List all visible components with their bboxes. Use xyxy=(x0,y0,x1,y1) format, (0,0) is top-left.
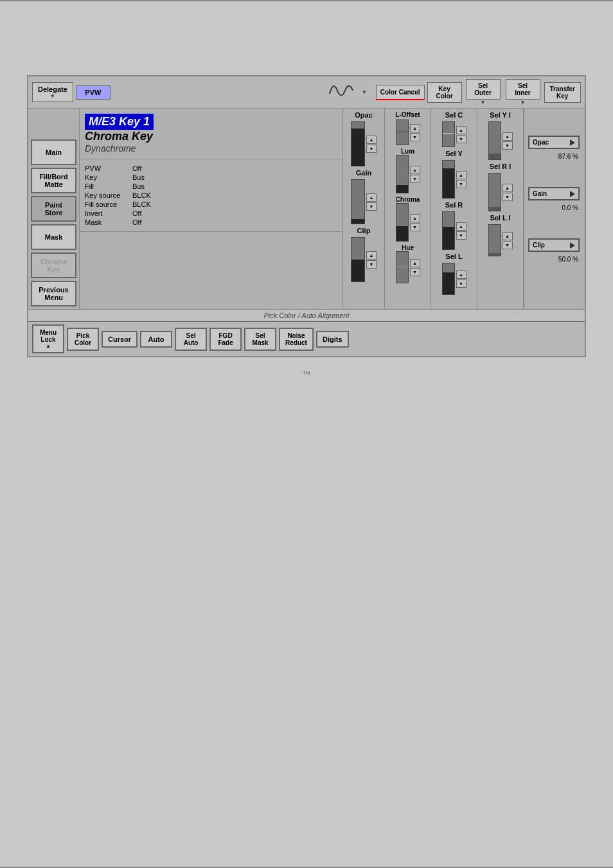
opac-triangle xyxy=(570,139,575,146)
key-color-button[interactable]: KeyColor xyxy=(427,82,462,103)
chroma-fill xyxy=(396,226,408,241)
opac-down-arrow[interactable]: ▼ xyxy=(366,145,377,153)
transfer-key-button[interactable]: TransferKey xyxy=(544,82,581,103)
sel-c-line xyxy=(443,133,454,134)
noise-reduct-button[interactable]: NoiseReduct xyxy=(279,328,314,351)
hue-down[interactable]: ▼ xyxy=(410,268,420,276)
hue-up[interactable]: ▲ xyxy=(410,259,420,267)
fgd-fade-button[interactable]: FGDFade xyxy=(209,328,242,351)
clip-fill xyxy=(351,260,364,281)
sel-l-track xyxy=(442,263,455,295)
sidebar-main[interactable]: Main xyxy=(31,139,76,165)
sel-yi-label: Sel Y I xyxy=(480,111,520,119)
l-offset-down[interactable]: ▼ xyxy=(410,133,420,141)
opac-slider-group: Opac ▲ ▼ xyxy=(346,111,382,166)
opac-right-label: Opac xyxy=(533,139,549,146)
gain-value: 0.0 % xyxy=(528,204,581,211)
sel-ri-up[interactable]: ▲ xyxy=(502,184,513,192)
sidebar-chroma-key[interactable]: ChromaKey xyxy=(31,252,76,278)
lum-fill xyxy=(396,185,408,193)
sel-r-down[interactable]: ▼ xyxy=(456,231,466,240)
sel-c-down[interactable]: ▼ xyxy=(456,135,466,143)
sel-y-label: Sel Y xyxy=(434,150,474,157)
sel-y-down[interactable]: ▼ xyxy=(456,180,466,188)
sel-li-track xyxy=(488,224,501,256)
gain-fill xyxy=(351,219,364,224)
sel-li-up[interactable]: ▲ xyxy=(502,232,513,240)
clip-track xyxy=(351,237,365,282)
lum-label: Lum xyxy=(401,148,414,155)
pick-bar: Pick Color / Auto Alignment xyxy=(28,309,585,321)
pick-color-button[interactable]: PickColor xyxy=(67,328,99,351)
page-wrapper: Delegate ▼ PVW ▼ Color Cancel KeyColor xyxy=(0,0,613,868)
fill-source-label: Fill source xyxy=(85,200,130,208)
sel-yi-down[interactable]: ▼ xyxy=(502,141,513,150)
delegate-button[interactable]: Delegate ▼ xyxy=(32,82,73,102)
gain-up-arrow[interactable]: ▲ xyxy=(366,193,377,202)
mask-value: Off xyxy=(132,218,164,226)
menu-lock-button[interactable]: MenuLock▲ xyxy=(32,324,64,353)
lum-down[interactable]: ▼ xyxy=(410,175,420,183)
sidebar-fill-bord[interactable]: Fill/BordMatte xyxy=(31,168,76,193)
sel-c-up[interactable]: ▲ xyxy=(456,126,466,134)
sel-l-fill xyxy=(443,272,454,294)
sel-r-up[interactable]: ▲ xyxy=(456,222,466,231)
l-offset-track xyxy=(396,120,409,145)
key-title: M/E3 Key 1 xyxy=(85,114,154,130)
sel-outer-button[interactable]: SelOuter xyxy=(466,79,501,100)
auto-button[interactable]: Auto xyxy=(140,331,172,348)
clip-triangle xyxy=(570,242,575,249)
tm-text: TM xyxy=(27,370,586,376)
invert-label: Invert xyxy=(85,209,130,217)
pvw-button[interactable]: PVW xyxy=(76,85,111,100)
clip-slider-group: Clip ▲ ▼ xyxy=(346,227,382,282)
opac-up-arrow[interactable]: ▲ xyxy=(366,136,377,144)
sel-y-track xyxy=(442,160,455,199)
digits-button[interactable]: Digits xyxy=(316,331,349,348)
gain-down-arrow[interactable]: ▼ xyxy=(366,202,377,211)
chroma-down[interactable]: ▼ xyxy=(410,223,420,231)
clip-value: 50.0 % xyxy=(528,256,581,263)
lum-up[interactable]: ▲ xyxy=(410,166,420,174)
hue-track xyxy=(396,251,409,283)
gain-triangle xyxy=(570,191,575,197)
sel-l-down[interactable]: ▼ xyxy=(456,279,466,288)
sel-l-up[interactable]: ▲ xyxy=(456,270,466,279)
gain-right-btn[interactable]: Gain xyxy=(528,187,580,200)
sel-ri-track xyxy=(488,173,501,211)
wave-icon xyxy=(328,81,354,104)
clip-right-btn[interactable]: Clip xyxy=(528,238,580,252)
fill-label: Fill xyxy=(85,182,130,190)
opac-right-btn[interactable]: Opac xyxy=(528,136,580,149)
color-cancel-button[interactable]: Color Cancel xyxy=(376,85,425,100)
fill-value: Bus xyxy=(132,182,164,190)
clip-down-arrow[interactable]: ▼ xyxy=(366,260,377,269)
sidebar-previous-menu[interactable]: PreviousMenu xyxy=(31,281,76,306)
sel-y-up[interactable]: ▲ xyxy=(456,171,466,179)
sidebar-mask[interactable]: Mask xyxy=(31,224,76,250)
sel-li-down[interactable]: ▼ xyxy=(502,241,513,249)
chroma-up[interactable]: ▲ xyxy=(410,214,420,222)
clip-up-arrow[interactable]: ▲ xyxy=(366,251,377,260)
cursor-button[interactable]: Cursor xyxy=(102,331,138,348)
hue-line xyxy=(396,266,408,267)
sel-inner-button[interactable]: SelInner xyxy=(506,79,540,100)
sel-yi-up[interactable]: ▲ xyxy=(502,132,513,141)
sel-auto-button[interactable]: SelAuto xyxy=(175,328,207,351)
chroma-label2: Chroma xyxy=(396,196,420,203)
hue-label: Hue xyxy=(402,244,414,251)
l-offset-up[interactable]: ▲ xyxy=(410,124,420,132)
mask-label2: Mask xyxy=(85,218,130,226)
gain-slider-group: Gain ▲ ▼ xyxy=(346,169,382,224)
main-panel: Delegate ▼ PVW ▼ Color Cancel KeyColor xyxy=(27,75,586,357)
delegate-arrow: ▼ xyxy=(38,93,67,99)
opac-label: Opac xyxy=(355,111,373,119)
lum-group: Lum ▲ ▼ xyxy=(387,148,428,193)
sidebar: Main Fill/BordMatte PaintStore Mask Chro… xyxy=(28,109,80,309)
sel-outer-arrow: ▼ xyxy=(481,100,486,105)
sel-mask-button[interactable]: SelMask xyxy=(244,328,276,351)
sel-ri-down[interactable]: ▼ xyxy=(502,193,513,201)
lum-track xyxy=(396,155,409,193)
fill-source-value: BLCK xyxy=(132,200,164,208)
sidebar-paint-store[interactable]: PaintStore xyxy=(31,196,76,222)
